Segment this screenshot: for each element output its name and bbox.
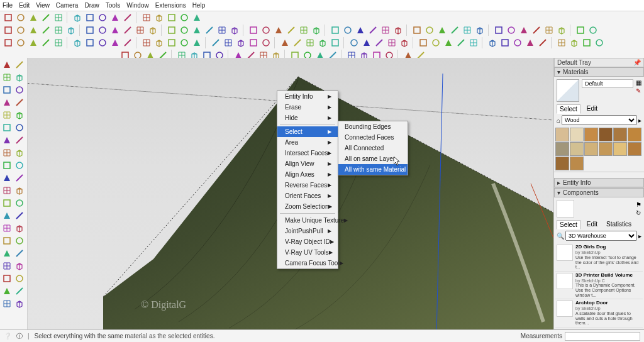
tray-pin-icon[interactable]: 📌 [633, 59, 641, 66]
material-swatch[interactable] [584, 142, 598, 156]
toolbar-button[interactable] [392, 25, 404, 36]
toolbar-button[interactable] [399, 37, 410, 48]
measurements-input[interactable] [565, 332, 640, 341]
component-item[interactable]: 3D Printer Build Volumeby SketchUp CThis… [555, 272, 643, 300]
toolbar-button[interactable] [367, 25, 379, 36]
detail-icon[interactable]: ▸ [638, 117, 641, 124]
components-header[interactable]: ▾Components [554, 188, 644, 197]
toolbar-button[interactable] [311, 25, 322, 36]
toolbar-button[interactable] [531, 25, 542, 36]
toolbar-button[interactable] [556, 25, 567, 36]
eyedropper-icon[interactable]: ✎ [636, 87, 641, 94]
menu-file[interactable]: File [3, 2, 13, 9]
search-icon[interactable]: 🔍 [557, 233, 564, 240]
toolbar-button[interactable] [330, 25, 341, 36]
palette-tool[interactable] [14, 135, 25, 146]
comp-tab-edit[interactable]: Edit [584, 220, 600, 229]
material-swatch[interactable] [570, 157, 584, 170]
component-list[interactable]: 2D Girls Dogby SketchUpUse the Interact … [554, 242, 644, 329]
toolbar-button[interactable] [210, 37, 221, 48]
toolbar-button[interactable] [122, 37, 133, 48]
materials-header[interactable]: ▾Materials [554, 67, 644, 77]
palette-tool[interactable] [14, 59, 25, 70]
toolbar-button[interactable] [40, 37, 52, 48]
comp-tab-stats[interactable]: Statistics [604, 220, 634, 229]
toolbar-button[interactable] [147, 25, 158, 36]
toolbar-button[interactable] [304, 37, 316, 48]
toolbar-button[interactable] [361, 37, 372, 48]
toolbar-button[interactable] [430, 37, 441, 48]
material-swatch[interactable] [613, 142, 627, 156]
components-tabs[interactable]: Select Edit Statistics [554, 220, 644, 229]
toolbar-button[interactable] [556, 37, 567, 48]
toolbar-button[interactable] [355, 25, 366, 36]
toolbar-button[interactable] [594, 37, 605, 48]
toolbar-button[interactable] [109, 25, 121, 36]
info-icon[interactable]: ⓘ [16, 332, 23, 341]
material-swatch[interactable] [613, 128, 627, 141]
toolbar-button[interactable] [374, 37, 385, 48]
palette-tool[interactable] [1, 97, 13, 108]
toolbar-button[interactable] [587, 25, 599, 36]
toolbar-button[interactable] [468, 37, 479, 48]
toolbar-button[interactable] [260, 25, 272, 36]
toolbar-button[interactable] [330, 37, 341, 48]
material-swatch[interactable] [584, 128, 598, 141]
toolbar-button[interactable] [474, 25, 486, 36]
menu-item-area[interactable]: Area▶ [277, 137, 338, 148]
palette-tool[interactable] [14, 72, 25, 83]
menu-item-align-view[interactable]: Align View▶ [277, 158, 338, 169]
palette-tool[interactable] [1, 210, 13, 221]
toolbar-button[interactable] [141, 37, 152, 48]
warehouse-select[interactable]: 3D Warehouse [565, 231, 637, 241]
menu-item-hide[interactable]: Hide▶ [277, 113, 338, 123]
toolbar-button[interactable] [97, 12, 108, 23]
toolbar-button[interactable] [279, 37, 291, 48]
toolbar-button[interactable] [97, 37, 108, 48]
toolbar-button[interactable] [248, 37, 259, 48]
toolbar-button[interactable] [418, 37, 429, 48]
toolbar-button[interactable] [229, 25, 240, 36]
toolbar-button[interactable] [493, 25, 504, 36]
toolbar-button[interactable] [499, 37, 511, 48]
palette-tool[interactable] [14, 122, 25, 133]
toolbar-button[interactable] [53, 12, 64, 23]
toolbar-button[interactable] [28, 37, 39, 48]
menu-item-erase[interactable]: Erase▶ [277, 102, 338, 113]
toolbar-button[interactable] [411, 25, 423, 36]
toolbar-button[interactable] [191, 12, 203, 23]
toolbar-button[interactable] [179, 12, 190, 23]
menu-item-v-ray-object-id[interactable]: V-Ray Object ID▶ [277, 236, 338, 247]
select-submenu[interactable]: Bounding EdgesConnected FacesAll Connect… [338, 121, 408, 175]
menu-item-entity-info[interactable]: Entity Info▶ [277, 91, 338, 102]
detail-icon[interactable]: ▸ [638, 233, 641, 240]
palette-tool[interactable] [1, 185, 13, 196]
help-icon[interactable]: ❔ [4, 333, 11, 339]
menu-item-make-unique-texture[interactable]: Make Unique Texture▶ [277, 215, 338, 226]
materials-tabs[interactable]: Select Edit [554, 104, 644, 114]
entity-info-header[interactable]: ▸Entity Info [554, 178, 644, 187]
toolbar-button[interactable] [543, 25, 555, 36]
palette-tool[interactable] [1, 122, 13, 133]
toolbar-button[interactable] [153, 12, 165, 23]
palette-tool[interactable] [1, 235, 13, 246]
palette-tool[interactable] [14, 197, 25, 209]
menu-item-zoom-selection[interactable]: Zoom Selection▶ [277, 201, 338, 212]
toolbar-button[interactable] [122, 25, 133, 36]
toolbar-button[interactable] [179, 37, 190, 48]
menu-item-reverse-faces[interactable]: Reverse Faces▶ [277, 180, 338, 190]
toolbar-button[interactable] [72, 37, 83, 48]
palette-tool[interactable] [14, 210, 25, 221]
palette-tool[interactable] [14, 109, 25, 121]
palette-tool[interactable] [14, 185, 25, 196]
toolbar-button[interactable] [260, 37, 272, 48]
toolbar-button[interactable] [15, 37, 26, 48]
palette-tool[interactable] [1, 84, 13, 96]
palette-tool[interactable] [1, 223, 13, 234]
menu-draw[interactable]: Draw [84, 2, 99, 9]
material-swatch[interactable] [628, 128, 641, 141]
toolbar-button[interactable] [65, 25, 77, 36]
tray-title-bar[interactable]: Default Tray 📌 [554, 58, 644, 67]
menu-camera[interactable]: Camera [56, 2, 79, 9]
toolbar-button[interactable] [223, 37, 234, 48]
